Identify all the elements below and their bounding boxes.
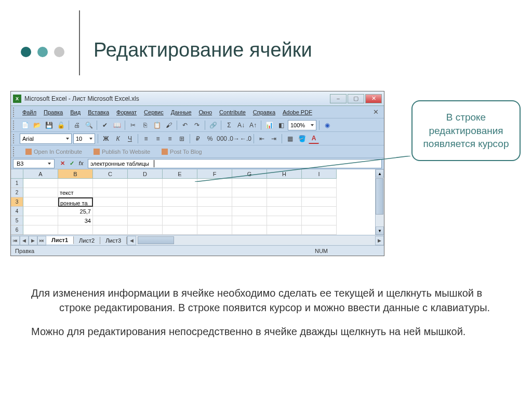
tab-nav-prev-button[interactable]: ◀	[20, 236, 29, 245]
drawing-button[interactable]: ◧	[276, 120, 286, 130]
open-button[interactable]: 📂	[32, 120, 42, 130]
preview-button[interactable]: 🔍	[84, 120, 94, 130]
cell[interactable]	[302, 197, 337, 207]
comma-button[interactable]: 000	[217, 134, 227, 144]
row-header[interactable]: 1	[11, 179, 23, 188]
name-box[interactable]: B3	[13, 159, 55, 168]
toolbar-grip-icon[interactable]	[13, 121, 16, 130]
print-button[interactable]: 🖨	[72, 120, 82, 130]
increase-decimal-button[interactable]: .0→	[229, 134, 239, 144]
cell[interactable]: текст	[58, 188, 93, 197]
post-blog-button[interactable]: Post To Blog	[157, 148, 206, 156]
format-painter-button[interactable]: 🖌	[164, 120, 174, 130]
cell[interactable]	[93, 188, 128, 197]
cell[interactable]	[232, 207, 267, 216]
cell[interactable]	[232, 225, 267, 235]
new-button[interactable]: 📄	[20, 120, 30, 130]
menu-tools[interactable]: Сервис	[141, 108, 167, 116]
chart-button[interactable]: 📊	[264, 120, 274, 130]
cell[interactable]	[23, 207, 58, 216]
tab-nav-last-button[interactable]: ⏭	[37, 236, 46, 245]
menu-insert[interactable]: Вставка	[85, 108, 112, 116]
toolbar-grip-icon[interactable]	[13, 147, 16, 156]
cell[interactable]	[163, 197, 197, 207]
cell[interactable]	[93, 216, 128, 225]
publish-website-button[interactable]: Publish To Website	[89, 148, 154, 156]
tab-nav-next-button[interactable]: ▶	[29, 236, 37, 245]
active-cell[interactable]: ронные та	[58, 197, 93, 207]
cell[interactable]	[232, 216, 267, 225]
cell[interactable]	[197, 207, 232, 216]
column-header[interactable]: C	[93, 169, 128, 179]
cell[interactable]	[93, 197, 128, 207]
minimize-button[interactable]: −	[330, 94, 347, 103]
row-header[interactable]: 5	[11, 216, 23, 225]
cell[interactable]	[23, 225, 58, 235]
align-left-button[interactable]: ≡	[141, 134, 151, 144]
maximize-button[interactable]: ▢	[348, 94, 364, 103]
cell[interactable]	[267, 216, 302, 225]
font-color-button[interactable]: A	[309, 134, 319, 144]
cell[interactable]	[302, 225, 337, 235]
font-size-select[interactable]: 10	[73, 134, 95, 144]
sort-desc-button[interactable]: A↑	[248, 120, 258, 130]
cell[interactable]: 34	[58, 216, 93, 225]
cell[interactable]	[23, 188, 58, 197]
save-button[interactable]: 💾	[44, 120, 54, 130]
cell[interactable]	[23, 197, 58, 207]
menu-file[interactable]: Файл	[19, 108, 39, 116]
cell[interactable]	[163, 207, 197, 216]
scroll-thumb[interactable]	[376, 178, 383, 215]
cell[interactable]	[302, 207, 337, 216]
decrease-decimal-button[interactable]: ←.0	[241, 134, 251, 144]
percent-button[interactable]: %	[205, 134, 215, 144]
redo-button[interactable]: ↷	[192, 120, 202, 130]
hyperlink-button[interactable]: 🔗	[208, 120, 218, 130]
row-header[interactable]: 3	[11, 197, 23, 207]
cut-button[interactable]: ✂	[128, 120, 138, 130]
cell[interactable]	[23, 179, 58, 188]
cell[interactable]: 25,7	[58, 207, 93, 216]
scroll-down-button[interactable]: ▼	[376, 227, 384, 235]
horizontal-scrollbar[interactable]: ◀ ▶	[127, 236, 384, 245]
cell[interactable]	[128, 179, 163, 188]
menu-contribute[interactable]: Contribute	[216, 108, 249, 116]
cell[interactable]	[128, 188, 163, 197]
research-button[interactable]: 📖	[112, 120, 122, 130]
currency-button[interactable]: ₽	[193, 134, 203, 144]
cell[interactable]	[128, 216, 163, 225]
cell[interactable]	[23, 216, 58, 225]
formula-enter-button[interactable]: ✓	[67, 159, 76, 168]
scroll-thumb[interactable]	[138, 236, 174, 244]
tab-nav-first-button[interactable]: ⏮	[11, 236, 20, 245]
increase-indent-button[interactable]: ⇥	[269, 134, 279, 144]
cell[interactable]	[93, 225, 128, 235]
merge-center-button[interactable]: ⊞	[177, 134, 187, 144]
underline-button[interactable]: Ч	[125, 134, 135, 144]
column-header[interactable]: A	[23, 169, 58, 179]
cell[interactable]	[163, 188, 197, 197]
cell[interactable]	[232, 197, 267, 207]
menu-view[interactable]: Вид	[67, 108, 84, 116]
toolbar-grip-icon[interactable]	[13, 134, 16, 143]
font-select[interactable]: Arial	[20, 134, 72, 144]
menu-edit[interactable]: Правка	[41, 108, 66, 116]
cell[interactable]	[58, 179, 93, 188]
open-contribute-button[interactable]: Open In Contribute	[21, 148, 86, 156]
cell[interactable]	[163, 216, 197, 225]
cell[interactable]	[267, 188, 302, 197]
document-close-icon[interactable]: ✕	[370, 108, 382, 116]
cell[interactable]	[197, 225, 232, 235]
column-header[interactable]: E	[163, 169, 197, 179]
autosum-button[interactable]: Σ	[224, 120, 234, 130]
column-header[interactable]: D	[128, 169, 163, 179]
permission-button[interactable]: 🔓	[56, 120, 66, 130]
bold-button[interactable]: Ж	[101, 134, 111, 144]
cell[interactable]	[302, 216, 337, 225]
cell[interactable]	[93, 207, 128, 216]
cell[interactable]	[267, 225, 302, 235]
paste-button[interactable]: 📋	[152, 120, 162, 130]
copy-button[interactable]: ⎘	[140, 120, 150, 130]
cell[interactable]	[163, 179, 197, 188]
cell[interactable]	[302, 188, 337, 197]
